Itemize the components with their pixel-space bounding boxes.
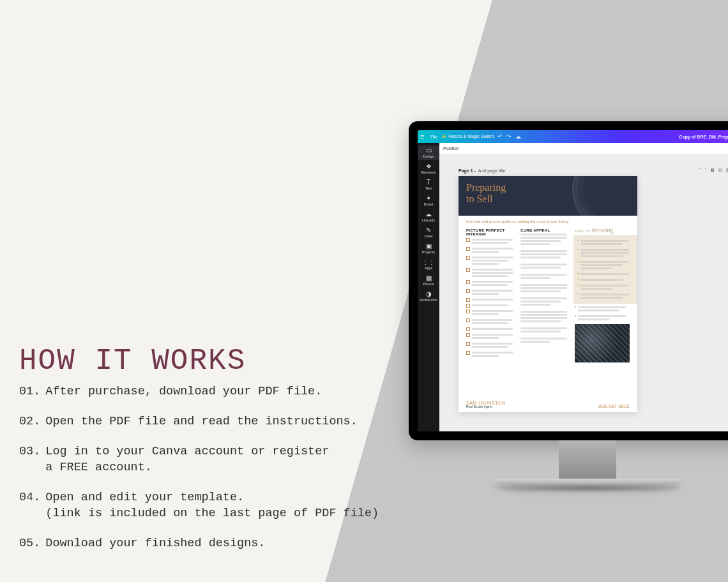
text-icon: T [418,179,439,186]
step-item: 04. Open and edit your template. (link i… [19,490,379,522]
document-title[interactable]: Copy of BRE_DM_Prepare-to-Sell-C [679,135,728,139]
doc-marble-image [575,324,630,362]
trash-icon[interactable]: 🗑︎ [725,167,728,174]
step-text: Download your finished designs. [45,536,265,552]
step-number: 02. [19,414,40,430]
canva-sidebar: ▭Design ❖Elements TText ✦Brand ☁Uploads … [418,143,439,431]
monitor-mockup: File ✨ Resize & Magic Switch ↶ ↷ ☁ Copy … [409,121,728,511]
canva-app: File ✨ Resize & Magic Switch ↶ ↷ ☁ Copy … [418,130,728,431]
doc-col-1: PICTURE PERFECT INTERIOR [466,227,517,362]
elements-icon: ❖ [418,163,439,170]
step-text: Log in to your Canva account or register… [45,444,329,476]
menu-file[interactable]: File [430,135,437,139]
page-label-row: Page 1 - Add page title ˄ ˅ 🔒︎ ⧉ 🗑︎ ⤢ [459,167,728,174]
instructions-block: HOW IT WORKS 01. After purchase, downloa… [19,345,379,566]
sidebar-item-elements[interactable]: ❖Elements [418,161,439,176]
doc-col-3: DAY OF showing [575,227,630,362]
sidebar-item-label: Projects [422,250,435,254]
hamburger-icon[interactable] [420,133,427,140]
page-number-label: Page 1 - [459,168,476,173]
sidebar-item-label: Uploads [422,218,435,222]
position-label: Position [443,146,459,151]
doc-columns: PICTURE PERFECT INTERIOR [459,225,637,366]
sidebar-item-label: Elements [421,170,436,174]
step-number: 01. [19,384,40,400]
redo-icon[interactable]: ↷ [506,133,512,140]
draw-icon: ✎ [418,227,439,234]
doc-hero: Preparing to Sell [459,176,637,216]
uploads-icon: ☁ [418,211,439,218]
step-number: 04. [19,490,40,522]
sidebar-item-apps[interactable]: ⋮⋮Apps [418,257,439,272]
sidebar-item-label: Draw [425,234,433,238]
step-text: After purchase, download your PDF file. [45,384,322,400]
profile-pics-icon: ◑ [418,291,439,297]
sidebar-item-projects[interactable]: ▣Projects [418,241,439,256]
cloud-sync-icon[interactable]: ☁ [515,133,521,140]
agent-block: SAM JOHNSTON Real Estate Agent [466,401,506,408]
sidebar-item-brand[interactable]: ✦Brand [418,193,439,208]
canva-main: Position Page 1 - Add page title ˄ ˅ 🔒︎ … [439,143,728,431]
undo-icon[interactable]: ↶ [497,133,503,140]
agent-subtitle: Real Estate Agent [466,405,506,408]
canvas-area[interactable]: Page 1 - Add page title ˄ ˅ 🔒︎ ⧉ 🗑︎ ⤢ [439,154,728,431]
section-heading: HOW IT WORKS [19,345,379,378]
sidebar-item-label: Apps [425,266,433,270]
brand-icon: ✦ [418,195,439,202]
menu-resize[interactable]: ✨ Resize & Magic Switch [441,134,494,139]
chevron-up-icon[interactable]: ˄ [699,167,701,174]
sidebar-item-uploads[interactable]: ☁Uploads [418,209,439,224]
lock-icon[interactable]: 🔒︎ [710,167,715,174]
doc-subtitle: A simple and proven guide to making the … [459,216,637,225]
step-item: 05. Download your finished designs. [19,536,379,552]
doc-col-2: CURB APPEAL [520,227,571,362]
template-page[interactable]: Preparing to Sell A simple and proven gu… [459,176,637,412]
col3-heading: DAY OF showing [575,227,630,234]
sidebar-item-draw[interactable]: ✎Draw [418,225,439,240]
step-item: 03. Log in to your Canva account or regi… [19,444,379,476]
sidebar-item-label: Brand [424,202,434,206]
col2-heading: CURB APPEAL [520,228,571,232]
doc-hero-title: Preparing to Sell [466,182,630,205]
projects-icon: ▣ [418,243,439,250]
menu-resize-label: Resize & Magic Switch [448,134,494,138]
col1-heading: PICTURE PERFECT INTERIOR [466,228,517,236]
sidebar-item-profile-pics[interactable]: ◑Profile Pics [418,289,439,304]
col3-tan-band [573,235,637,304]
sidebar-item-label: Profile Pics [420,298,437,302]
sidebar-item-label: Photos [423,282,434,286]
col3-heading-text: DAY OF [575,228,592,234]
step-item: 01. After purchase, download your PDF fi… [19,384,379,400]
duplicate-icon[interactable]: ⧉ [718,167,722,174]
canva-body: ▭Design ❖Elements TText ✦Brand ☁Uploads … [418,143,728,431]
sidebar-item-design[interactable]: ▭Design [418,146,439,160]
sidebar-item-text[interactable]: TText [418,177,439,192]
page-toolbar-icons: ˄ ˅ 🔒︎ ⧉ 🗑︎ ⤢ [699,167,728,174]
canva-topbar: File ✨ Resize & Magic Switch ↶ ↷ ☁ Copy … [418,130,728,143]
step-text: Open and edit your template. (link is in… [45,490,379,522]
step-number: 03. [19,444,40,476]
page-title-hint[interactable]: Add page title [478,168,506,173]
apps-icon: ⋮⋮ [418,259,439,265]
agent-name: SAM JOHNSTON [466,401,506,405]
step-number: 05. [19,536,40,552]
design-icon: ▭ [418,147,439,154]
chevron-down-icon[interactable]: ˅ [704,167,707,174]
sidebar-item-label: Design [423,154,434,158]
photos-icon: ▦ [418,275,439,281]
monitor-screen: File ✨ Resize & Magic Switch ↶ ↷ ☁ Copy … [409,121,728,440]
sidebar-item-label: Text [425,186,432,190]
agent-phone: 888.987.0023 [598,404,630,408]
hero-title-line2: to Sell [466,193,492,204]
doc-footer: SAM JOHNSTON Real Estate Agent 888.987.0… [466,401,630,408]
hero-title-line1: Preparing [466,182,506,193]
step-item: 02. Open the PDF file and read the instr… [19,414,379,430]
position-toolbar[interactable]: Position [439,143,728,154]
col3-heading-script: showing [592,227,614,234]
monitor-stand-shadow [495,484,680,493]
monitor-stand-neck [559,440,616,479]
step-text: Open the PDF file and read the instructi… [45,414,357,430]
sidebar-item-photos[interactable]: ▦Photos [418,273,439,288]
